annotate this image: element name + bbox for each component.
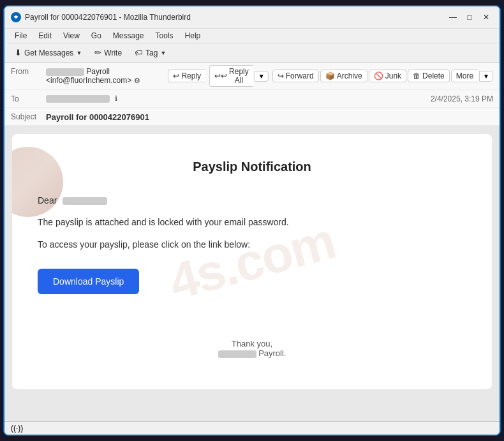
pencil-icon: ✏ [94,48,101,57]
body-line2: To access your payslip, please click on … [38,237,466,251]
to-options-icon: ℹ [115,94,117,103]
app-icon [11,12,21,22]
sender-options-icon: ⚙ [134,77,140,84]
to-label: To [11,93,46,103]
tag-button[interactable]: 🏷 Tag ▼ [130,46,171,59]
svg-point-1 [15,16,17,19]
reply-all-dropdown[interactable]: ▼ [255,71,269,82]
greeting-text: Dear [38,193,466,207]
email-footer: Thank you, Payroll. [38,339,466,358]
forward-icon: ↪ [278,71,284,80]
trash-icon: 🗑 [413,71,420,80]
thunderbird-window: Payroll for 0000422076901 - Mozilla Thun… [3,5,501,436]
more-button[interactable]: More [451,70,478,82]
forward-button[interactable]: ↪ Forward [272,70,319,82]
close-button[interactable]: ✕ [479,10,493,24]
maximize-button[interactable]: □ [463,10,477,24]
reply-all-icon: ↩↩ [214,71,227,80]
menu-tools[interactable]: Tools [151,30,179,41]
archive-button[interactable]: 📦 Archive [320,70,367,82]
menu-bar: File Edit View Go Message Tools Help [4,29,500,43]
main-toolbar: ⬇ Get Messages ▼ ✏ Write 🏷 Tag ▼ [4,43,500,63]
window-controls: — □ ✕ [446,10,493,24]
minimize-button[interactable]: — [446,10,460,24]
window-title: Payroll for 0000422076901 - Mozilla Thun… [25,13,191,22]
email-content-inner: Payslip Notification Dear The payslip is… [38,160,466,358]
chevron-down-icon2: ▼ [160,50,166,56]
menu-help[interactable]: Help [180,30,206,41]
reply-icon: ↩ [173,71,179,80]
status-bar: ((·)) [4,421,500,435]
email-body: 4s.com Payslip Notification Dear The pay… [4,126,500,421]
download-payslip-button[interactable]: Download Payslip [38,269,139,294]
recipient-redacted [63,197,107,205]
reply-button[interactable]: ↩ Reply [168,70,205,82]
email-subject: Payroll for 0000422076901 [46,110,493,122]
tag-icon: 🏷 [135,48,143,57]
junk-icon: 🚫 [374,71,383,80]
menu-view[interactable]: View [58,30,85,41]
reply-all-button[interactable]: ↩↩ Reply All [209,65,253,87]
to-redacted [46,95,110,103]
email-timestamp: 2/4/2025, 3:19 PM [431,93,493,103]
title-bar-left: Payroll for 0000422076901 - Mozilla Thun… [11,12,191,22]
email-content-card: 4s.com Payslip Notification Dear The pay… [12,134,492,389]
subject-label: Subject [11,110,46,121]
chevron-down-icon: ▼ [76,50,82,56]
delete-button[interactable]: 🗑 Delete [408,70,450,82]
email-headers: From Payroll <info@fluorInchem.com> ⚙ ↩ … [4,63,500,126]
download-icon: ⬇ [15,48,22,57]
title-bar: Payroll for 0000422076901 - Mozilla Thun… [4,6,500,29]
email-heading: Payslip Notification [38,160,466,174]
footer-line2: Payroll. [38,348,466,358]
write-button[interactable]: ✏ Write [89,46,127,59]
archive-icon: 📦 [325,71,335,80]
more-dropdown[interactable]: ▼ [479,71,493,82]
connection-icon: ((·)) [11,424,23,433]
menu-go[interactable]: Go [86,30,107,41]
footer-redacted [218,350,256,358]
to-row: To ℹ 2/4/2025, 3:19 PM [4,90,500,108]
sender-redacted [46,68,84,76]
body-line1: The payslip is attached and is locked wi… [38,215,466,229]
subject-row: Subject Payroll for 0000422076901 [4,108,500,126]
from-label: From [11,65,46,76]
menu-message[interactable]: Message [108,30,149,41]
from-row: From Payroll <info@fluorInchem.com> ⚙ ↩ … [4,63,500,90]
junk-button[interactable]: 🚫 Junk [369,70,406,82]
footer-line1: Thank you, [38,339,466,348]
menu-file[interactable]: File [10,30,32,41]
get-messages-button[interactable]: ⬇ Get Messages ▼ [10,46,87,59]
menu-edit[interactable]: Edit [33,30,57,41]
